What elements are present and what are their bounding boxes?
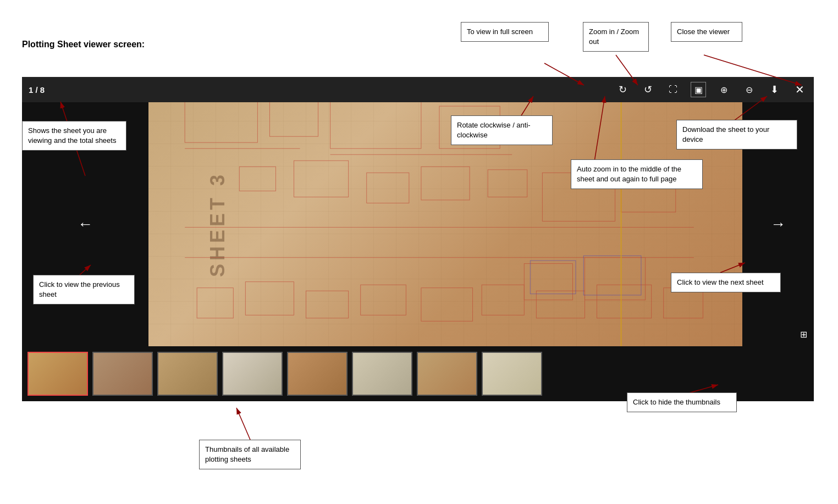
svg-rect-20	[361, 285, 406, 315]
thumbnail-6[interactable]	[352, 352, 412, 396]
svg-rect-8	[367, 173, 409, 203]
close-icon[interactable]: ✕	[792, 82, 807, 97]
sheet-image: SHEET 3	[148, 102, 742, 346]
callout-rotate: Rotate clockwise / anti-clockwise	[451, 115, 553, 145]
callout-thumbnails: Thumbnails of all available plotting she…	[199, 440, 301, 469]
callout-prev-sheet: Click to view the previous sheet	[33, 275, 135, 304]
svg-rect-22	[482, 285, 524, 315]
map-overlay	[148, 102, 742, 346]
zoom-in-icon[interactable]: ⊕	[716, 82, 731, 97]
svg-rect-27	[583, 256, 641, 295]
callout-sheet-counter: Shows the sheet you are viewing and the …	[22, 121, 126, 151]
thumbnail-8[interactable]	[482, 352, 542, 396]
svg-rect-2	[330, 102, 421, 148]
svg-rect-9	[421, 167, 470, 200]
svg-rect-17	[197, 288, 233, 318]
callout-download: Download the sheet to your device	[676, 120, 797, 149]
thumbnail-3[interactable]	[157, 352, 218, 396]
rotate-cw-icon[interactable]: ↻	[615, 82, 630, 97]
fullscreen-icon[interactable]: ⛶	[665, 82, 681, 97]
toolbar: 1 / 8 ↻ ↺ ⛶ ▣ ⊕ ⊖ ⬇ ✕	[22, 77, 814, 102]
callout-close: Close the viewer	[671, 22, 742, 42]
zoom-out-icon[interactable]: ⊖	[741, 82, 757, 97]
svg-rect-18	[245, 282, 294, 315]
thumbnail-7[interactable]	[417, 352, 477, 396]
thumbnail-1[interactable]	[27, 352, 88, 396]
svg-rect-26	[530, 261, 576, 294]
svg-rect-23	[536, 291, 585, 318]
svg-line-40	[236, 408, 250, 440]
thumbnail-4[interactable]	[222, 352, 283, 396]
svg-rect-0	[185, 102, 257, 142]
callout-hide-thumbnails: Click to hide the thumbnails	[627, 392, 737, 412]
thumbnail-2[interactable]	[92, 352, 153, 396]
thumbnail-5[interactable]	[287, 352, 348, 396]
svg-rect-21	[421, 288, 473, 322]
grid-icon[interactable]: ⊞	[800, 329, 807, 340]
next-sheet-button[interactable]: →	[765, 210, 791, 239]
svg-rect-10	[488, 170, 527, 197]
page-title: Plotting Sheet viewer screen:	[22, 40, 145, 49]
svg-rect-19	[306, 291, 349, 318]
callout-autozoom: Auto zoom in to the middle of the sheet …	[571, 159, 703, 189]
svg-rect-6	[239, 167, 275, 191]
prev-sheet-button[interactable]: ←	[72, 210, 98, 239]
svg-rect-14	[585, 258, 645, 300]
sheet-label: SHEET 3	[206, 171, 229, 277]
callout-fullscreen: To view in full screen	[461, 22, 549, 42]
rotate-ccw-icon[interactable]: ↺	[640, 82, 655, 97]
download-icon[interactable]: ⬇	[767, 82, 782, 97]
svg-rect-1	[269, 102, 318, 136]
autozoom-icon[interactable]: ▣	[691, 82, 706, 97]
svg-rect-7	[294, 160, 348, 197]
sheet-counter: 1 / 8	[29, 85, 45, 95]
svg-rect-13	[524, 264, 572, 300]
callout-next-sheet: Click to view the next sheet	[671, 273, 781, 292]
callout-zoom: Zoom in / Zoom out	[583, 22, 649, 52]
toolbar-icons: ↻ ↺ ⛶ ▣ ⊕ ⊖ ⬇ ✕	[615, 82, 807, 97]
svg-rect-24	[597, 285, 652, 318]
